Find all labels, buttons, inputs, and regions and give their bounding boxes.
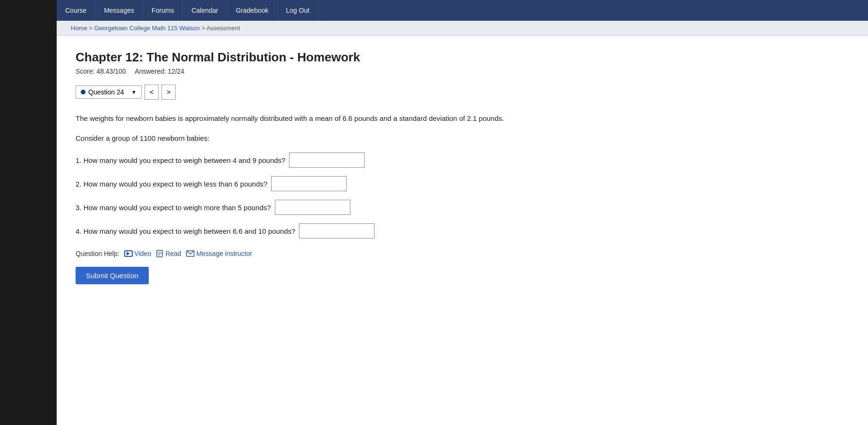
breadcrumb-page: Assessment: [206, 25, 240, 32]
read-label: Read: [165, 250, 181, 257]
q1-input[interactable]: [289, 153, 365, 168]
q2-number: 2.: [76, 180, 82, 188]
nav-calendar[interactable]: Calendar: [183, 0, 227, 21]
q1-text: How many would you expect to weigh betwe…: [84, 156, 286, 164]
q1-number: 1.: [76, 156, 82, 164]
message-instructor-link[interactable]: Message instructor: [186, 250, 252, 257]
q2-text: How many would you expect to weigh less …: [84, 180, 267, 188]
dropdown-arrow-icon: ▼: [131, 89, 136, 95]
breadcrumb-sep2: >: [202, 25, 207, 32]
q4-text: How many would you expect to weigh betwe…: [84, 227, 296, 235]
breadcrumb: Home > Georgetown College Math 115 Watso…: [57, 21, 868, 36]
prev-question-button[interactable]: <: [145, 85, 159, 100]
message-icon: [186, 250, 195, 257]
main-container: Course Messages Forums Calendar Gradeboo…: [57, 0, 868, 425]
question-item-3: 3. How many would you expect to weigh mo…: [76, 200, 849, 215]
read-icon: [156, 250, 163, 257]
question-intro1: The weights for newborn babies is approx…: [76, 113, 849, 124]
q3-number: 3.: [76, 204, 82, 212]
breadcrumb-home[interactable]: Home: [71, 25, 87, 32]
play-triangle: [127, 252, 130, 255]
q3-text: How many would you expect to weigh more …: [84, 204, 271, 212]
nav-bar: Course Messages Forums Calendar Gradeboo…: [57, 0, 868, 21]
video-icon: [124, 250, 133, 257]
read-link[interactable]: Read: [156, 250, 181, 257]
nav-gradebook[interactable]: Gradebook: [227, 0, 277, 21]
q4-number: 4.: [76, 227, 82, 235]
breadcrumb-course[interactable]: Georgetown College Math 115 Watson: [94, 25, 200, 32]
q3-input[interactable]: [275, 200, 350, 215]
question-help-label: Question Help:: [76, 250, 119, 257]
question-dropdown[interactable]: Question 24 ▼: [76, 85, 142, 99]
question-item-1: 1. How many would you expect to weigh be…: [76, 153, 849, 168]
q4-input[interactable]: [299, 223, 374, 238]
nav-logout[interactable]: Log Out: [278, 0, 319, 21]
question-selector: Question 24 ▼ < >: [76, 85, 849, 100]
nav-messages[interactable]: Messages: [95, 0, 143, 21]
question-intro2: Consider a group of 1100 newborn babies:: [76, 133, 849, 144]
answered-value: Answered: 12/24: [135, 68, 184, 75]
nav-course[interactable]: Course: [57, 0, 95, 21]
left-sidebar: [0, 0, 57, 425]
score-value: Score: 48.43/100: [76, 68, 126, 75]
video-link[interactable]: Video: [124, 250, 152, 257]
q2-input[interactable]: [271, 176, 347, 191]
nav-forums[interactable]: Forums: [143, 0, 183, 21]
content-area: Chapter 12: The Normal Distribution - Ho…: [57, 36, 868, 425]
breadcrumb-sep1: >: [89, 25, 94, 32]
submit-question-button[interactable]: Submit Question: [76, 267, 149, 284]
video-label: Video: [135, 250, 152, 257]
question-help: Question Help: Video Read: [76, 250, 849, 257]
page-title: Chapter 12: The Normal Distribution - Ho…: [76, 50, 849, 65]
message-instructor-label: Message instructor: [196, 250, 252, 257]
score-line: Score: 48.43/100 Answered: 12/24: [76, 68, 849, 75]
dot-indicator: Question 24: [81, 88, 124, 96]
question-item-4: 4. How many would you expect to weigh be…: [76, 223, 849, 238]
question-item-2: 2. How many would you expect to weigh le…: [76, 176, 849, 191]
next-question-button[interactable]: >: [162, 85, 176, 100]
